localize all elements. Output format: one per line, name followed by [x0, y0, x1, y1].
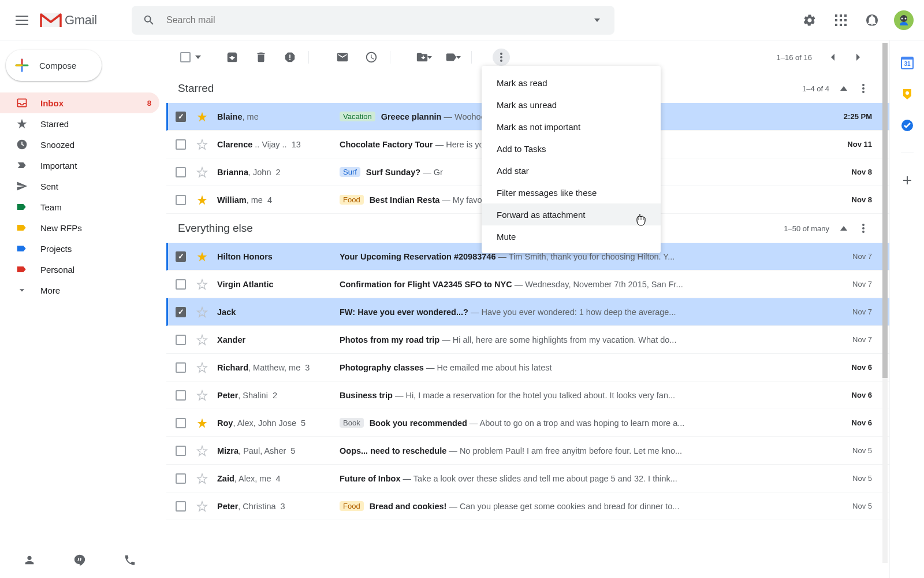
row-checkbox[interactable] — [176, 418, 186, 428]
add-panel-icon[interactable] — [901, 174, 914, 187]
mail-row[interactable]: Zaid, Alex, me 4 Future of Inbox — Take … — [166, 465, 889, 492]
menu-item-add-star[interactable]: Add star — [482, 160, 661, 181]
row-checkbox[interactable] — [176, 390, 186, 401]
label-chip[interactable]: Food — [340, 501, 364, 511]
svg-rect-1 — [840, 14, 842, 17]
section-more-icon[interactable] — [855, 80, 872, 97]
star-icon[interactable] — [196, 334, 208, 346]
hangouts-icon[interactable] — [67, 547, 92, 573]
tasks-icon[interactable] — [901, 119, 914, 132]
menu-item-mark-as-not-important[interactable]: Mark as not important — [482, 116, 661, 138]
star-icon[interactable] — [196, 139, 208, 150]
search-options-icon[interactable] — [584, 8, 610, 33]
main-menu-button[interactable] — [8, 6, 36, 34]
star-icon[interactable] — [196, 111, 208, 123]
select-all-checkbox[interactable] — [180, 52, 191, 62]
sidebar-item-inbox[interactable]: Inbox8 — [0, 92, 159, 113]
move-to-icon[interactable] — [411, 45, 437, 70]
mark-unread-icon[interactable] — [330, 45, 355, 70]
search-icon[interactable] — [136, 8, 162, 33]
star-icon[interactable] — [196, 501, 208, 512]
phone-icon[interactable] — [117, 547, 143, 573]
row-checkbox[interactable] — [176, 335, 186, 345]
row-checkbox[interactable] — [176, 112, 186, 122]
sidebar-item-team[interactable]: Team — [0, 197, 159, 217]
scrollbar-thumb[interactable] — [882, 43, 888, 378]
settings-icon[interactable] — [797, 8, 822, 33]
next-page-icon[interactable] — [847, 45, 872, 70]
gmail-logo[interactable]: Gmail — [39, 12, 97, 29]
row-checkbox[interactable] — [176, 279, 186, 290]
toolbar-group-2 — [330, 45, 384, 70]
menu-item-mark-as-unread[interactable]: Mark as unread — [482, 94, 661, 116]
star-icon[interactable] — [196, 417, 208, 429]
mail-row[interactable]: Jack FW: Have you ever wondered...? — Ha… — [166, 298, 889, 326]
archive-icon[interactable] — [219, 45, 245, 70]
menu-item-add-to-tasks[interactable]: Add to Tasks — [482, 138, 661, 160]
row-checkbox[interactable] — [176, 307, 186, 317]
star-icon[interactable] — [196, 362, 208, 373]
section-more-icon[interactable] — [855, 220, 872, 237]
collapse-icon[interactable] — [835, 80, 852, 97]
mail-row[interactable]: Peter, Shalini 2 Business trip — Hi, I m… — [166, 381, 889, 409]
snooze-icon[interactable] — [359, 45, 384, 70]
star-icon[interactable] — [196, 445, 208, 457]
sidebar-item-new-rfps[interactable]: New RFPs — [0, 217, 159, 238]
mail-subject: Greece plannin — [381, 112, 442, 121]
notifications-icon[interactable] — [859, 8, 885, 33]
svg-point-23 — [862, 227, 865, 229]
star-icon[interactable] — [196, 166, 208, 178]
sidebar-item-important[interactable]: Important — [0, 155, 159, 176]
star-icon[interactable] — [196, 279, 208, 290]
mail-row[interactable]: Roy, Alex, John Jose 5 BookBook you reco… — [166, 409, 889, 437]
sidebar-item-personal[interactable]: Personal — [0, 259, 159, 280]
label-chip[interactable]: Food — [340, 195, 364, 205]
header-actions — [797, 8, 916, 33]
search-input[interactable] — [162, 15, 584, 25]
prev-page-icon[interactable] — [819, 45, 844, 70]
mail-row[interactable]: Mizra, Paul, Asher 5 Oops... need to res… — [166, 437, 889, 465]
delete-icon[interactable] — [248, 45, 274, 70]
mail-row[interactable]: Richard, Matthew, me 3 Photography class… — [166, 354, 889, 381]
more-actions-button[interactable] — [493, 49, 510, 66]
contacts-icon[interactable] — [17, 547, 42, 573]
label-chip[interactable]: Book — [340, 418, 364, 428]
star-icon[interactable] — [196, 251, 208, 262]
label-chip[interactable]: Vacation — [340, 112, 375, 121]
star-icon[interactable] — [196, 390, 208, 401]
menu-item-mark-as-read[interactable]: Mark as read — [482, 72, 661, 94]
mail-row[interactable]: Xander Photos from my road trip — Hi all… — [166, 326, 889, 354]
row-checkbox[interactable] — [176, 473, 186, 484]
search-bar[interactable] — [132, 6, 614, 35]
sidebar-item-more[interactable]: More — [0, 280, 159, 301]
star-icon[interactable] — [196, 306, 208, 318]
row-checkbox[interactable] — [176, 167, 186, 177]
row-checkbox[interactable] — [176, 195, 186, 205]
scrollbar-track[interactable] — [882, 43, 888, 563]
sidebar-item-projects[interactable]: Projects — [0, 238, 159, 259]
compose-button[interactable]: Compose — [6, 50, 102, 81]
spam-icon[interactable] — [277, 45, 303, 70]
account-avatar[interactable] — [894, 10, 914, 30]
row-checkbox[interactable] — [176, 251, 186, 262]
row-checkbox[interactable] — [176, 362, 186, 373]
keep-icon[interactable] — [901, 88, 914, 101]
row-checkbox[interactable] — [176, 446, 186, 456]
mail-row[interactable]: Virgin Atlantic Confirmation for Flight … — [166, 271, 889, 298]
labels-icon[interactable] — [440, 45, 465, 70]
row-checkbox[interactable] — [176, 501, 186, 512]
label-chip[interactable]: Surf — [340, 167, 360, 177]
select-dropdown-icon[interactable] — [192, 45, 204, 70]
svg-point-18 — [500, 60, 502, 62]
collapse-icon[interactable] — [835, 220, 852, 237]
star-icon[interactable] — [196, 194, 208, 206]
sidebar-item-starred[interactable]: Starred — [0, 113, 159, 134]
sidebar-item-sent[interactable]: Sent — [0, 176, 159, 197]
menu-item-filter-messages-like-these[interactable]: Filter messages like these — [482, 181, 661, 203]
row-checkbox[interactable] — [176, 139, 186, 150]
apps-icon[interactable] — [828, 8, 854, 33]
calendar-icon[interactable]: 31 — [901, 57, 914, 69]
mail-row[interactable]: Peter, Christina 3 FoodBread and cookies… — [166, 492, 889, 520]
star-icon[interactable] — [196, 473, 208, 484]
sidebar-item-snoozed[interactable]: Snoozed — [0, 134, 159, 155]
